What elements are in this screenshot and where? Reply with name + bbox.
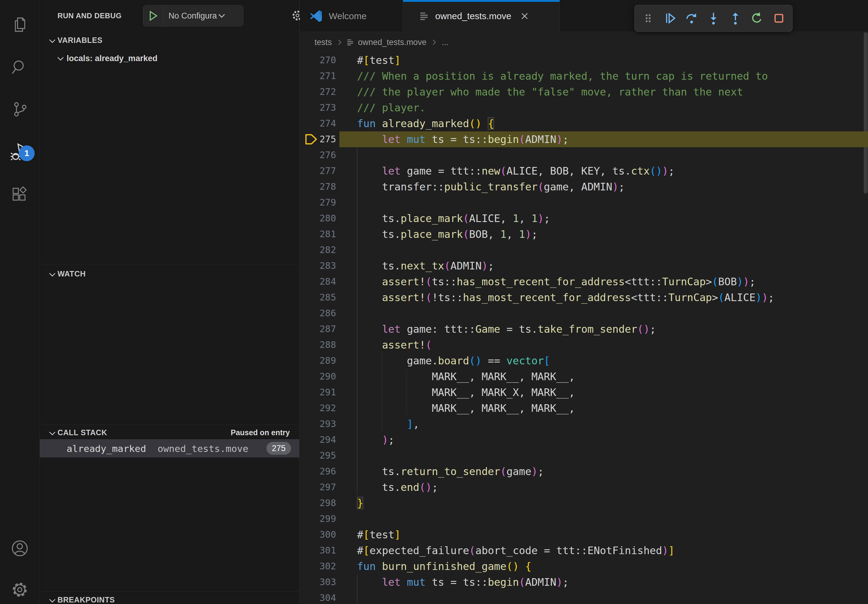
code-line[interactable]: 281 ts.place_mark(BOB, 1, 1);	[300, 226, 868, 242]
line-number[interactable]: 282	[300, 242, 336, 258]
code-text[interactable]: ts.return_to_sender(game);	[357, 463, 544, 479]
code-text[interactable]: fun burn_unfinished_game() {	[357, 558, 531, 574]
breadcrumb-item-symbol[interactable]: ...	[442, 38, 449, 47]
code-text[interactable]: let mut ts = ts::begin(ADMIN);	[357, 574, 569, 590]
code-text[interactable]: ts.next_tx(ADMIN);	[357, 258, 494, 274]
code-line[interactable]: 303 let mut ts = ts::begin(ADMIN);	[300, 574, 868, 590]
step-over-button[interactable]	[680, 7, 702, 29]
step-out-button[interactable]	[724, 7, 746, 29]
line-number[interactable]: 299	[300, 511, 336, 527]
code-text[interactable]: transfer::public_transfer(game, ADMIN);	[357, 179, 625, 195]
code-line[interactable]: 277 let game = ttt::new(ALICE, BOB, KEY,…	[300, 163, 868, 179]
code-text[interactable]: /// When a position is already marked, t…	[357, 68, 768, 84]
code-text[interactable]: #[test]	[357, 52, 401, 68]
code-text[interactable]: assert!(ts::has_most_recent_for_address<…	[357, 274, 755, 290]
line-number[interactable]: 302	[300, 558, 336, 574]
code-line[interactable]: 302fun burn_unfinished_game() {	[300, 558, 868, 574]
variables-scope-row[interactable]: locals: already_marked	[40, 51, 299, 66]
code-line[interactable]: 295	[300, 448, 868, 463]
code-line[interactable]: 278 transfer::public_transfer(game, ADMI…	[300, 179, 868, 195]
code-text[interactable]: );	[357, 432, 394, 448]
continue-button[interactable]	[659, 7, 681, 29]
line-number[interactable]: 279	[300, 195, 336, 211]
line-number[interactable]: 272	[300, 84, 336, 100]
code-line[interactable]: 288 assert!(	[300, 337, 868, 353]
line-number[interactable]: 294	[300, 432, 336, 448]
code-line[interactable]: 290 MARK__, MARK__, MARK__,	[300, 369, 868, 384]
close-icon[interactable]	[520, 11, 530, 21]
code-line[interactable]: 294 );	[300, 432, 868, 448]
debug-config-dropdown[interactable]: No Configura	[143, 5, 243, 26]
code-line[interactable]: 272/// the player who made the "false" m…	[300, 84, 868, 100]
restart-button[interactable]	[746, 7, 768, 29]
code-line[interactable]: 304	[300, 590, 868, 604]
line-number[interactable]: 295	[300, 448, 336, 463]
line-number[interactable]: 270	[300, 52, 336, 68]
code-text[interactable]: /// the player who made the "false" move…	[357, 84, 743, 100]
account-button[interactable]	[0, 531, 40, 565]
breakpoints-section-header[interactable]: BREAKPOINTS	[40, 592, 299, 604]
watch-section-header[interactable]: WATCH	[40, 266, 299, 281]
code-line[interactable]: 282	[300, 242, 868, 258]
code-line[interactable]: 297 ts.end();	[300, 479, 868, 495]
line-number[interactable]: 304	[300, 590, 336, 604]
code-line[interactable]: 280 ts.place_mark(ALICE, 1, 1);	[300, 211, 868, 226]
code-text[interactable]: }	[357, 495, 363, 511]
line-number[interactable]: 278	[300, 179, 336, 195]
line-number[interactable]: 303	[300, 574, 336, 590]
line-number[interactable]: 277	[300, 163, 336, 179]
line-number[interactable]: 271	[300, 68, 336, 84]
stop-button[interactable]	[768, 7, 790, 29]
sidebar-item-source-control[interactable]	[0, 93, 40, 126]
line-number[interactable]: 273	[300, 100, 336, 116]
code-text[interactable]: assert!(!ts::has_most_recent_for_address…	[357, 290, 774, 305]
code-line[interactable]: 270#[test]	[300, 52, 868, 68]
call-stack-section-header[interactable]: CALL STACK Paused on entry	[40, 425, 299, 440]
line-number[interactable]: 283	[300, 258, 336, 274]
line-number[interactable]: 285	[300, 290, 336, 305]
code-line[interactable]: 286	[300, 305, 868, 321]
tab-owned-tests-move[interactable]: owned_tests.move	[403, 0, 560, 32]
code-line[interactable]: 292 MARK__, MARK__, MARK__,	[300, 400, 868, 416]
line-number[interactable]: 291	[300, 384, 336, 400]
code-text[interactable]: MARK__, MARK_X, MARK__,	[357, 384, 575, 400]
breadcrumb-item-tests[interactable]: tests	[315, 38, 332, 47]
line-number[interactable]: 288	[300, 337, 336, 353]
sidebar-item-extensions[interactable]	[0, 178, 40, 211]
line-number[interactable]: 281	[300, 226, 336, 242]
line-number[interactable]: 300	[300, 527, 336, 542]
start-debug-icon[interactable]	[143, 11, 163, 21]
code-text[interactable]: #[expected_failure(abort_code = ttt::ENo…	[357, 542, 674, 558]
sidebar-item-search[interactable]	[0, 51, 40, 84]
line-number[interactable]: 286	[300, 305, 336, 321]
code-line[interactable]: 276	[300, 147, 868, 163]
code-text[interactable]: ts.place_mark(BOB, 1, 1);	[357, 226, 538, 242]
tab-welcome[interactable]: Welcome	[300, 0, 403, 32]
toolbar-drag-grip[interactable]	[637, 7, 659, 29]
line-number[interactable]: 292	[300, 400, 336, 416]
code-line[interactable]: 285 assert!(!ts::has_most_recent_for_add…	[300, 290, 868, 305]
code-line[interactable]: 279	[300, 195, 868, 211]
code-line[interactable]: 289 game.board() == vector[	[300, 353, 868, 369]
code-line[interactable]: 271/// When a position is already marked…	[300, 68, 868, 84]
line-number[interactable]: 274	[300, 116, 336, 132]
line-number[interactable]: 284	[300, 274, 336, 290]
line-number[interactable]: 289	[300, 353, 336, 369]
line-number[interactable]: 280	[300, 211, 336, 226]
variables-section-header[interactable]: VARIABLES	[40, 33, 299, 48]
code-text[interactable]: #[test]	[357, 527, 401, 542]
code-line[interactable]: 299	[300, 511, 868, 527]
code-line[interactable]: 273/// player.	[300, 100, 868, 116]
code-text[interactable]: let game: ttt::Game = ts.take_from_sende…	[357, 321, 656, 337]
sidebar-item-run-and-debug[interactable]: 1	[0, 135, 40, 169]
line-number[interactable]: 290	[300, 369, 336, 384]
code-text[interactable]: ts.end();	[357, 479, 438, 495]
code-text[interactable]: ts.place_mark(ALICE, 1, 1);	[357, 211, 550, 226]
code-text[interactable]: fun already_marked() {	[357, 116, 494, 132]
code-text[interactable]: MARK__, MARK__, MARK__,	[357, 400, 575, 416]
line-number[interactable]: 287	[300, 321, 336, 337]
code-line[interactable]: 293 ],	[300, 416, 868, 432]
code-text[interactable]: game.board() == vector[	[357, 353, 550, 369]
line-number[interactable]: 275	[300, 132, 336, 147]
code-line[interactable]: 296 ts.return_to_sender(game);	[300, 463, 868, 479]
